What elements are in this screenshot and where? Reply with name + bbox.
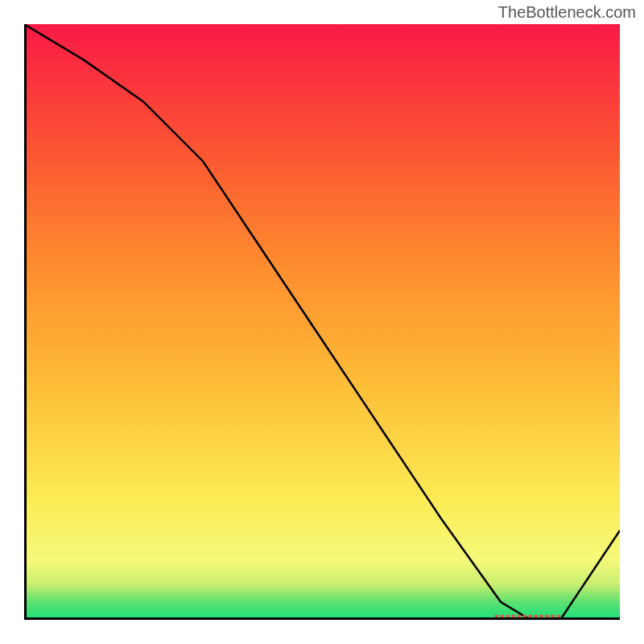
chart-container	[24, 24, 620, 620]
chart-background	[24, 24, 620, 620]
watermark-text: TheBottleneck.com	[498, 3, 636, 22]
chart-svg	[24, 24, 620, 620]
